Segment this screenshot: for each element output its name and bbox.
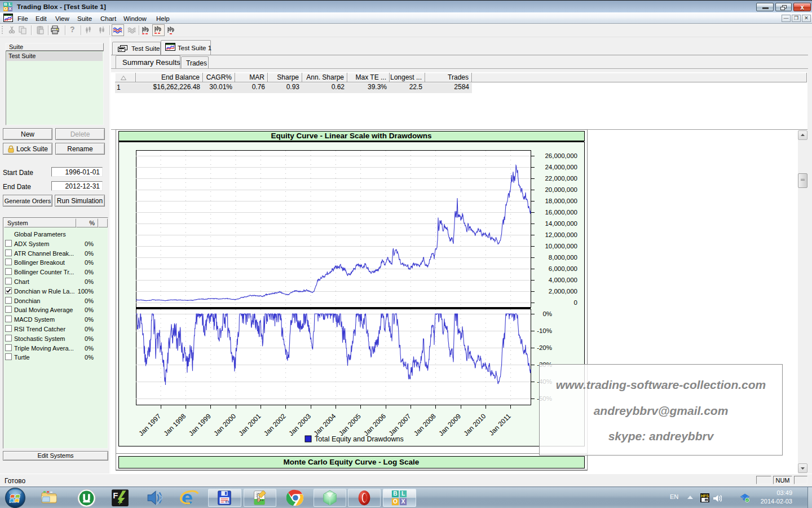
svg-text:20,000,000: 20,000,000 — [545, 186, 577, 193]
svg-text:++: ++ — [259, 498, 264, 502]
svg-text:10,000,000: 10,000,000 — [545, 243, 577, 249]
svg-text:Monte Carlo Equity Curve - Log: Monte Carlo Equity Curve - Log Scale — [284, 458, 420, 466]
svg-text:14,000,000: 14,000,000 — [545, 220, 577, 227]
svg-text:HFS: HFS — [701, 494, 709, 498]
svg-text:24,000,000: 24,000,000 — [545, 164, 577, 170]
svg-text:Equity Curve - Linear Scale wi: Equity Curve - Linear Scale with Drawdow… — [271, 132, 431, 140]
svg-text:X: X — [401, 498, 405, 505]
svg-text:12,000,000: 12,000,000 — [545, 231, 577, 238]
svg-text:O: O — [393, 498, 398, 505]
svg-text:0%: 0% — [542, 310, 552, 317]
svg-text:Total Equity and Drawdowns: Total Equity and Drawdowns — [315, 435, 404, 443]
svg-text:22,000,000: 22,000,000 — [545, 175, 577, 182]
svg-text:18,000,000: 18,000,000 — [545, 198, 577, 204]
svg-text:6,000,000: 6,000,000 — [549, 265, 577, 272]
svg-text:-64·: -64· — [224, 500, 230, 503]
svg-text:8,000,000: 8,000,000 — [549, 254, 577, 261]
svg-text:B: B — [393, 491, 397, 497]
svg-text:-20%: -20% — [537, 344, 552, 351]
svg-text:16,000,000: 16,000,000 — [545, 209, 577, 216]
svg-text:L: L — [401, 491, 405, 497]
svg-text:26,000,000: 26,000,000 — [545, 152, 577, 159]
svg-text:2,000,000: 2,000,000 — [549, 288, 577, 295]
svg-text:0: 0 — [574, 299, 577, 306]
svg-text:4,000,000: 4,000,000 — [549, 277, 577, 283]
svg-text:-10%: -10% — [537, 327, 552, 334]
